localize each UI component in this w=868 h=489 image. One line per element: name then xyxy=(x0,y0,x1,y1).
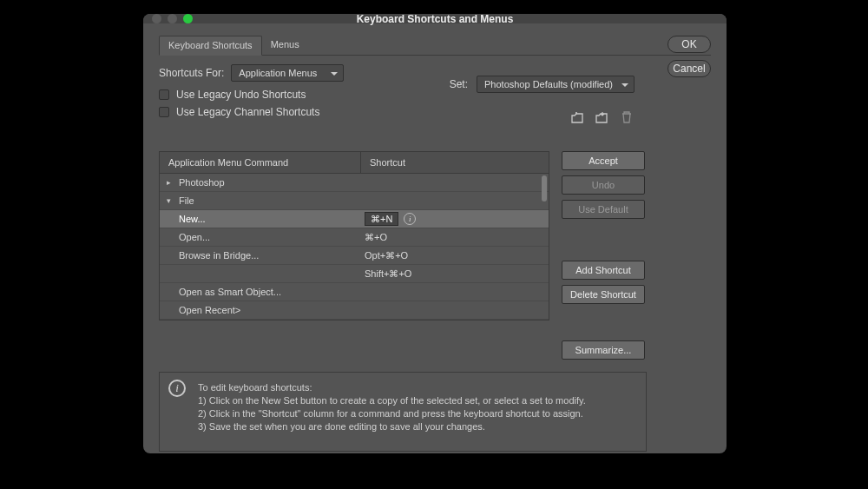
info-line-2: 2) Click in the "Shortcut" column for a … xyxy=(198,407,635,420)
legacy-undo-label: Use Legacy Undo Shortcuts xyxy=(176,89,306,101)
summarize-button[interactable]: Summarize... xyxy=(562,340,645,360)
info-title: To edit keyboard shortcuts: xyxy=(198,381,635,394)
tab-menus[interactable]: Menus xyxy=(262,36,308,55)
checkbox-icon xyxy=(159,107,169,117)
table-row[interactable]: New...⌘+Ni xyxy=(160,210,549,228)
shortcut-table: Application Menu Command Shortcut ▸Photo… xyxy=(159,151,549,320)
new-set-icon[interactable] xyxy=(570,110,586,124)
chevron-down-icon[interactable]: ▾ xyxy=(167,196,175,205)
row-label: Open as Smart Object... xyxy=(179,287,281,297)
shortcut-table-area: Application Menu Command Shortcut ▸Photo… xyxy=(159,123,549,360)
tab-bar: Keyboard Shortcuts Menus xyxy=(159,36,711,56)
undo-button[interactable]: Undo xyxy=(562,175,645,195)
col-command: Application Menu Command xyxy=(160,152,361,173)
shortcuts-for-select[interactable]: Application Menus xyxy=(231,64,344,82)
shortcut-text: Opt+⌘+O xyxy=(365,250,408,261)
set-row: Set: Photoshop Defaults (modified) xyxy=(450,76,635,93)
titlebar: Keyboard Shortcuts and Menus xyxy=(143,14,727,23)
info-line-3: 3) Save the set when you are done editin… xyxy=(198,420,635,433)
add-shortcut-button[interactable]: Add Shortcut xyxy=(562,261,645,280)
row-label: New... xyxy=(179,214,206,224)
close-window-button[interactable] xyxy=(152,14,161,23)
use-default-button[interactable]: Use Default xyxy=(562,200,645,219)
set-icons xyxy=(570,110,635,124)
row-label: Open... xyxy=(179,232,210,242)
row-label: Browse in Bridge... xyxy=(179,250,259,261)
info-icon: i xyxy=(168,380,186,397)
maximize-window-button[interactable] xyxy=(183,14,193,23)
save-set-icon[interactable] xyxy=(595,110,610,124)
shortcut-text: Shift+⌘+O xyxy=(365,268,411,280)
table-row[interactable]: Shift+⌘+O xyxy=(160,265,549,283)
row-label: Open Recent> xyxy=(179,305,240,315)
table-row[interactable]: Open...⌘+O xyxy=(160,228,549,247)
delete-shortcut-button[interactable]: Delete Shortcut xyxy=(562,285,645,304)
table-body[interactable]: ▸Photoshop▾FileNew...⌘+NiOpen...⌘+OBrows… xyxy=(160,174,549,320)
table-row[interactable]: Browse in Bridge...Opt+⌘+O xyxy=(160,247,549,265)
scrollbar-thumb[interactable] xyxy=(542,175,547,202)
minimize-window-button[interactable] xyxy=(168,14,177,23)
side-buttons: Accept Undo Use Default Add Shortcut Del… xyxy=(562,151,645,360)
dialog-body: OK Cancel Keyboard Shortcuts Menus Short… xyxy=(143,23,727,467)
set-select[interactable]: Photoshop Defaults (modified) xyxy=(477,76,635,93)
tab-keyboard-shortcuts[interactable]: Keyboard Shortcuts xyxy=(159,36,262,56)
accept-button[interactable]: Accept xyxy=(562,151,645,170)
table-row[interactable]: ▾File xyxy=(160,192,549,210)
col-shortcut: Shortcut xyxy=(361,152,549,173)
set-value: Photoshop Defaults (modified) xyxy=(484,79,613,89)
set-label: Set: xyxy=(450,78,468,90)
content-area: Application Menu Command Shortcut ▸Photo… xyxy=(159,123,711,360)
shortcut-input[interactable]: ⌘+N xyxy=(365,212,398,226)
table-row[interactable]: ▸Photoshop xyxy=(160,174,549,192)
row-label: File xyxy=(179,195,194,206)
window-controls xyxy=(152,14,193,23)
info-line-1: 1) Click on the New Set button to create… xyxy=(198,394,635,407)
table-row[interactable]: Open as Smart Object... xyxy=(160,283,549,301)
dialog-window: Keyboard Shortcuts and Menus OK Cancel K… xyxy=(143,14,727,453)
cancel-button[interactable]: Cancel xyxy=(667,60,711,77)
info-box: i To edit keyboard shortcuts: 1) Click o… xyxy=(159,372,647,452)
ok-button[interactable]: OK xyxy=(667,36,711,53)
shortcuts-for-value: Application Menus xyxy=(239,68,317,78)
table-row[interactable]: Open Recent> xyxy=(160,301,549,320)
conflict-info-icon[interactable]: i xyxy=(404,213,416,225)
table-header: Application Menu Command Shortcut xyxy=(160,152,549,174)
delete-set-icon[interactable] xyxy=(619,110,635,124)
row-label: Photoshop xyxy=(179,177,225,188)
shortcut-text: ⌘+O xyxy=(365,232,387,243)
shortcuts-for-label: Shortcuts For: xyxy=(159,67,224,79)
checkbox-icon xyxy=(159,89,169,100)
primary-buttons: OK Cancel xyxy=(667,36,711,77)
legacy-channel-label: Use Legacy Channel Shortcuts xyxy=(176,106,319,118)
chevron-right-icon[interactable]: ▸ xyxy=(167,178,175,187)
